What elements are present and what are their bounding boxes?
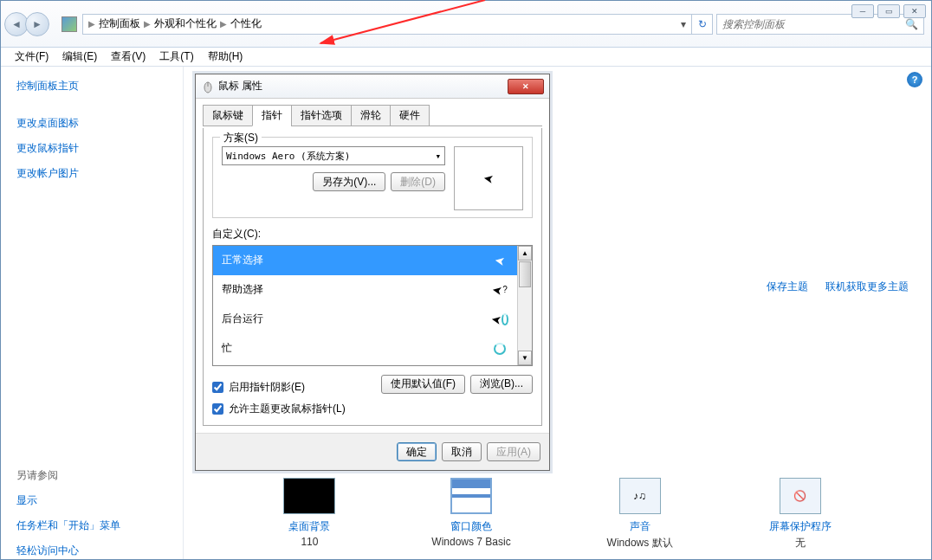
menu-file[interactable]: 文件(F) [8, 48, 55, 66]
dropdown-icon: ▾ [435, 151, 441, 162]
cursor-preview: ➤ [454, 146, 523, 210]
mouse-properties-dialog: 鼠标 属性 ✕ 鼠标键 指针 指针选项 滑轮 硬件 方案(S) Windows … [195, 74, 550, 471]
cursor-item-busy[interactable]: 忙 [213, 334, 517, 364]
tab-hardware[interactable]: 硬件 [390, 105, 430, 126]
scheme-label: 方案(S) [220, 131, 262, 145]
allow-theme-checkbox[interactable]: 允许主题更改鼠标指针(L) [212, 402, 533, 416]
menu-help[interactable]: 帮助(H) [201, 48, 250, 66]
delete-button: 删除(D) [391, 172, 445, 191]
tab-buttons[interactable]: 鼠标键 [203, 105, 253, 126]
dialog-titlebar[interactable]: 鼠标 属性 ✕ [196, 74, 549, 99]
ok-button[interactable]: 确定 [397, 442, 437, 461]
busy-cursor-icon [491, 340, 508, 357]
breadcrumb-item[interactable]: 控制面板 [99, 16, 140, 31]
cursor-item-help[interactable]: 帮助选择 ➤? [213, 275, 517, 305]
sidebar-link-mouse-pointers[interactable]: 更改鼠标指针 [16, 141, 167, 156]
help-icon[interactable]: ? [907, 72, 922, 87]
minimize-button[interactable]: ─ [851, 4, 874, 18]
search-input[interactable] [722, 18, 905, 30]
screensaver-icon: 🚫 [780, 478, 821, 514]
scroll-down-button[interactable]: ▼ [518, 351, 532, 365]
sidebar-link-ease-access[interactable]: 轻松访问中心 [16, 544, 167, 558]
cancel-button[interactable]: 取消 [442, 442, 482, 461]
tab-strip: 鼠标键 指针 指针选项 滑轮 硬件 [203, 104, 542, 126]
use-default-button[interactable]: 使用默认值(F) [381, 375, 465, 394]
cursor-list: 正常选择 ➤ 帮助选择 ➤? 后台运行 ➤ 忙 [212, 245, 533, 366]
sidebar-link-home[interactable]: 控制面板主页 [16, 79, 167, 93]
scheme-select[interactable]: Windows Aero (系统方案) ▾ [222, 146, 445, 165]
allow-theme-input[interactable] [212, 403, 223, 415]
maximize-button[interactable]: ▭ [877, 4, 900, 18]
background-cursor-icon: ➤ [491, 311, 508, 328]
personalization-items: 桌面背景 110 窗口颜色 Windows 7 Basic ♪♫ 声音 Wind… [184, 478, 931, 550]
enable-shadow-checkbox[interactable]: 启用指针阴影(E) [212, 380, 305, 395]
arrow-cursor-icon: ➤ [491, 252, 508, 269]
breadcrumb-item[interactable]: 外观和个性化 [154, 16, 217, 31]
close-button[interactable]: ✕ [903, 4, 926, 18]
menubar: 文件(F) 编辑(E) 查看(V) 工具(T) 帮助(H) [1, 48, 931, 67]
sidebar-link-account-picture[interactable]: 更改帐户图片 [16, 166, 167, 181]
menu-tools[interactable]: 工具(T) [152, 48, 200, 66]
tab-wheel[interactable]: 滑轮 [351, 105, 391, 126]
chevron-right-icon: ▶ [220, 19, 227, 29]
nav-back-forward: ◄ ► [4, 12, 49, 36]
custom-label: 自定义(C): [212, 227, 533, 241]
item-screensaver[interactable]: 🚫 屏幕保护程序 无 [769, 478, 832, 550]
arrow-cursor-icon: ➤ [482, 171, 495, 186]
mouse-icon [201, 80, 215, 93]
sound-icon: ♪♫ [619, 478, 661, 514]
window-color-icon [450, 478, 492, 514]
dropdown-icon[interactable]: ▾ [681, 18, 686, 30]
enable-shadow-input[interactable] [212, 382, 223, 393]
apply-button: 应用(A) [487, 442, 540, 461]
sidebar-link-taskbar[interactable]: 任务栏和「开始」菜单 [16, 518, 167, 533]
chevron-right-icon: ▶ [88, 19, 95, 29]
theme-links: 保存主题 联机获取更多主题 [767, 280, 909, 294]
dialog-buttons: 确定 取消 应用(A) [196, 433, 549, 470]
breadcrumb[interactable]: ▶ 控制面板 ▶ 外观和个性化 ▶ 个性化 ▾ [82, 14, 692, 35]
breadcrumb-item[interactable]: 个性化 [230, 16, 262, 31]
scroll-up-button[interactable]: ▲ [518, 246, 532, 261]
dialog-close-button[interactable]: ✕ [508, 79, 544, 94]
scroll-track[interactable] [518, 288, 532, 351]
search-icon[interactable]: 🔍 [905, 18, 918, 30]
item-sound[interactable]: ♪♫ 声音 Windows 默认 [607, 478, 673, 550]
sidebar: 控制面板主页 更改桌面图标 更改鼠标指针 更改帐户图片 另请参阅 显示 任务栏和… [1, 67, 183, 559]
desktop-bg-icon [283, 478, 335, 514]
help-cursor-icon: ➤? [491, 281, 508, 299]
scroll-thumb[interactable] [519, 261, 531, 287]
titlebar: ─ ▭ ✕ ◄ ► ▶ 控制面板 ▶ 外观和个性化 ▶ 个性化 ▾ ↻ 🔍 [1, 1, 931, 48]
cursor-item-background[interactable]: 后台运行 ➤ [213, 305, 517, 334]
scheme-groupbox: 方案(S) Windows Aero (系统方案) ▾ 另存为(V)... 删除… [212, 137, 533, 218]
item-window-color[interactable]: 窗口颜色 Windows 7 Basic [431, 478, 510, 550]
item-desktop-bg[interactable]: 桌面背景 110 [283, 478, 335, 550]
dialog-title: 鼠标 属性 [218, 79, 508, 93]
refresh-button[interactable]: ↻ [692, 14, 713, 35]
tab-panel-pointers: 方案(S) Windows Aero (系统方案) ▾ 另存为(V)... 删除… [203, 128, 542, 426]
see-also-title: 另请参阅 [16, 468, 167, 483]
menu-view[interactable]: 查看(V) [104, 48, 152, 66]
window-controls: ─ ▭ ✕ [851, 4, 926, 18]
get-themes-link[interactable]: 联机获取更多主题 [825, 280, 909, 294]
cursor-item-normal[interactable]: 正常选择 ➤ [213, 246, 517, 275]
save-theme-link[interactable]: 保存主题 [767, 280, 808, 294]
tab-pointer-options[interactable]: 指针选项 [291, 105, 352, 126]
sidebar-link-display[interactable]: 显示 [16, 493, 167, 508]
sidebar-link-desktop-icons[interactable]: 更改桌面图标 [16, 116, 167, 131]
scrollbar[interactable]: ▲ ▼ [517, 246, 532, 365]
address-icon [61, 16, 77, 32]
tab-pointers[interactable]: 指针 [252, 105, 292, 126]
dialog-body: 鼠标键 指针 指针选项 滑轮 硬件 方案(S) Windows Aero (系统… [196, 99, 549, 433]
save-as-button[interactable]: 另存为(V)... [313, 172, 385, 191]
menu-edit[interactable]: 编辑(E) [55, 48, 104, 66]
chevron-right-icon: ▶ [144, 19, 151, 29]
browse-button[interactable]: 浏览(B)... [470, 375, 533, 394]
forward-button[interactable]: ► [25, 12, 49, 36]
